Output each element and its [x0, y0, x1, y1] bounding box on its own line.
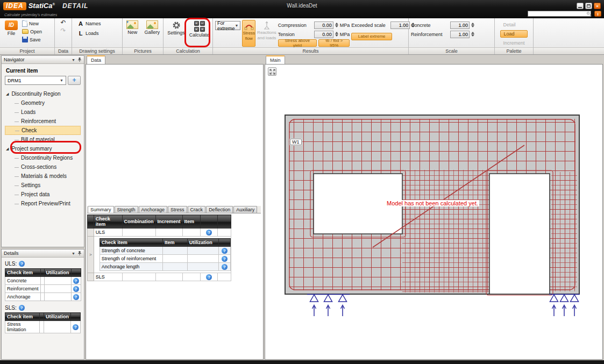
tree-node-settings[interactable]: Settings [5, 181, 81, 190]
spin-up-icon [471, 23, 474, 25]
status-bar [0, 360, 604, 364]
tab-auxiliary[interactable]: Auxiliary [233, 206, 257, 213]
help-icon[interactable]: ? [222, 264, 228, 270]
undo-button[interactable]: ↶ [59, 20, 68, 26]
table-row: Strength of reinforcement? [100, 255, 230, 263]
current-item-select[interactable]: DRM1 ▼ [5, 76, 66, 85]
help-icon[interactable]: ? [73, 294, 79, 300]
stress-flow-toggle[interactable]: Stress flow [242, 20, 255, 47]
close-button[interactable]: × [594, 3, 601, 9]
calculate-button[interactable]: + − × + Calculate [189, 20, 210, 38]
data-panel: Data Summary Strength Anchorage Stress C… [86, 55, 264, 360]
exceeded-scale-input[interactable] [390, 22, 410, 29]
drawing-canvas[interactable]: W1 Model has not been calculated yet. [265, 64, 603, 360]
tree-node-project-data[interactable]: Project data [5, 190, 81, 199]
new-project-button[interactable]: New [22, 20, 42, 27]
table-row: ULS ? [88, 229, 231, 237]
scale-concrete-stepper[interactable] [471, 23, 474, 27]
tab-data[interactable]: Data [87, 55, 105, 64]
tab-crack[interactable]: Crack [188, 206, 206, 213]
tab-stress[interactable]: Stress [168, 206, 187, 213]
table-row: Strength of concrete? [100, 247, 230, 255]
scale-concrete-input[interactable] [450, 22, 470, 29]
tension-input[interactable] [314, 31, 333, 38]
pin-icon[interactable] [77, 251, 82, 256]
help-icon[interactable]: ? [222, 256, 228, 262]
opening-right [489, 174, 550, 294]
table-row: Stress limitation? [5, 321, 81, 333]
file-button[interactable]: ID File [2, 20, 20, 36]
tab-strength[interactable]: Strength [115, 206, 138, 213]
tree-node-geometry[interactable]: Geometry [5, 98, 81, 108]
details-panel: Details ▼ ULS:? Check item Utilization [1, 249, 84, 360]
minimize-button[interactable] [577, 3, 584, 9]
open-project-button[interactable]: Open [22, 28, 42, 35]
stress-flow-icon [244, 22, 254, 30]
tree-node-cross-sections[interactable]: Cross-sections [5, 162, 81, 172]
help-icon[interactable]: ? [19, 261, 25, 267]
calculation-settings-button[interactable]: Settings [167, 20, 186, 35]
sls-label: SLS: [5, 305, 17, 311]
picture-new-button[interactable]: + New [125, 20, 140, 35]
pin-icon[interactable] [77, 57, 82, 62]
tab-anchorage[interactable]: Anchorage [139, 206, 168, 213]
help-icon[interactable]: ? [19, 305, 25, 311]
table-row: SLS ? [88, 273, 231, 281]
tree-node-discontinuity-regions[interactable]: Discontinuity Regions [5, 153, 81, 162]
supports-left [307, 295, 350, 317]
palette-detail-option[interactable]: Detail [500, 21, 527, 28]
stress-above-yield-button[interactable]: Stress above yield [278, 39, 317, 47]
search-input[interactable] [528, 11, 591, 17]
help-icon[interactable]: ? [73, 324, 79, 330]
names-toggle[interactable]: ANames [77, 20, 101, 27]
tab-summary[interactable]: Summary [88, 206, 114, 213]
palette-load-option[interactable]: Load [500, 30, 527, 38]
scale-reinforcement-stepper[interactable] [471, 32, 474, 37]
help-icon[interactable]: ? [222, 248, 228, 254]
redo-button[interactable]: ↷ [59, 28, 68, 34]
compression-input[interactable] [314, 22, 333, 29]
reactions-loads-toggle[interactable]: Reactions and loads [257, 20, 276, 47]
panel-menu-icon[interactable]: ▼ [72, 252, 75, 255]
loads-toggle[interactable]: LLoads [77, 30, 99, 37]
tree-node-materials-models[interactable]: Materials & models [5, 172, 81, 181]
table-row: > Check item Item Utilization [88, 237, 231, 273]
scale-reinforcement-label: Reinforcement [411, 32, 449, 37]
help-icon[interactable]: ? [206, 230, 212, 235]
save-project-button[interactable]: Save [22, 36, 42, 43]
help-icon[interactable]: ? [73, 286, 79, 292]
tree-node-project-summary[interactable]: ◢ Project summary [5, 144, 81, 153]
tree-node-bill-of-material[interactable]: Bill of material [5, 135, 81, 144]
extreme-selector[interactable]: For extreme ▼ [215, 21, 240, 30]
palette-increment-option[interactable]: Increment [500, 39, 527, 47]
compression-stepper[interactable] [335, 23, 338, 27]
scale-concrete-label: Concrete [411, 23, 449, 28]
tree-node-check[interactable]: Check [5, 126, 81, 135]
help-icon[interactable]: ? [73, 278, 79, 284]
tab-main[interactable]: Main [266, 55, 285, 64]
title-bar: IDEA StatiCa® DETAIL Wall.ideaDet × Calc… [0, 0, 604, 18]
fit-view-button[interactable] [268, 67, 276, 76]
info-button[interactable]: i [594, 11, 601, 17]
tb-fbd-button[interactable]: τb / fbd > 95% [318, 39, 350, 47]
tree-node-discontinuity-region[interactable]: ◢ Discontinuity Region [5, 89, 81, 98]
wall-name-label[interactable]: W1 [290, 139, 302, 145]
picture-gallery-button[interactable]: Gallery [144, 20, 161, 35]
panel-menu-icon[interactable]: ▼ [72, 58, 75, 62]
document-title: Wall.ideaDet [0, 3, 604, 9]
scale-reinforcement-input[interactable] [450, 31, 470, 38]
maximize-button[interactable] [585, 3, 592, 9]
table-row: Concrete? [5, 277, 81, 285]
tab-deflection[interactable]: Deflection [206, 206, 233, 213]
navigator-panel: Navigator ▼ Current item DRM1 ▼ + [1, 55, 84, 247]
table-row: Reinforcement? [5, 285, 81, 293]
spin-down-icon [471, 25, 474, 27]
tree-node-report-preview-print[interactable]: Report Preview/Print [5, 199, 81, 208]
ribbon-group-calculation: Settings + − × + Calculate Calculation [164, 18, 213, 54]
add-item-button[interactable]: + [68, 76, 81, 85]
tree-node-loads[interactable]: Loads [5, 108, 81, 117]
help-icon[interactable]: ? [206, 274, 212, 280]
tree-node-reinforcement[interactable]: Reinforcement [5, 117, 81, 126]
label-extreme-button[interactable]: Label extreme [351, 33, 392, 40]
tension-stepper[interactable] [335, 32, 338, 37]
